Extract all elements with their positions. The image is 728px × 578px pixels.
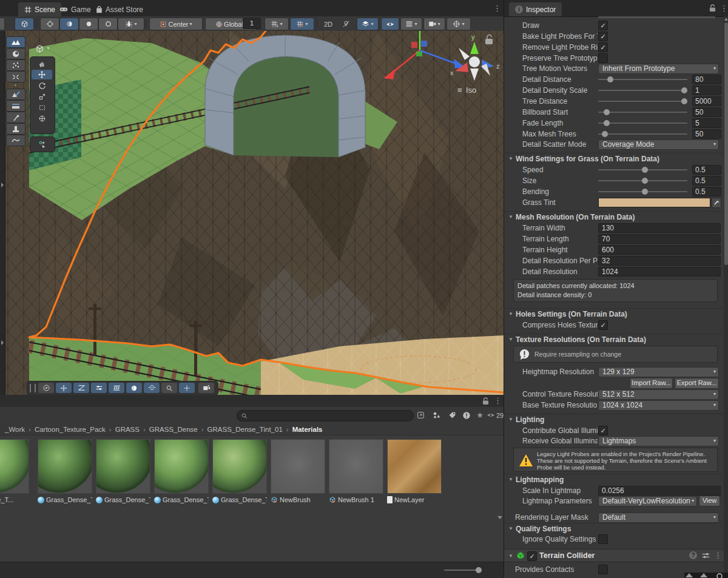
contribute-gi-checkbox[interactable]: ✓ xyxy=(598,426,608,435)
orientation-overlay-button[interactable] xyxy=(38,383,54,393)
project-scroll-down-arrow[interactable] xyxy=(497,515,502,520)
scene-effects-dropdown[interactable]: ▾ xyxy=(400,18,422,30)
transform-tool-button[interactable] xyxy=(32,113,52,123)
draw-checkbox[interactable]: ✓ xyxy=(598,21,608,30)
filter-by-type-button[interactable] xyxy=(431,410,442,420)
scene-pane-menu-kebab[interactable]: ⋮ xyxy=(493,4,501,12)
detail-distance-slider[interactable] xyxy=(598,79,687,80)
section-quality-settings[interactable]: ▼ Quality Settings xyxy=(504,523,724,534)
terrain-paint-holes-tool[interactable] xyxy=(6,48,25,59)
tool-settings-dropdown[interactable]: ▾ xyxy=(30,41,55,56)
tree-motion-vectors-dropdown[interactable]: Inherit From Prototype▾ xyxy=(598,64,719,74)
detail-resolution-per-patch-field[interactable]: 32 xyxy=(598,256,721,266)
detail-distance-field[interactable]: 80 xyxy=(692,75,721,84)
export-raw-button[interactable]: Export Raw... xyxy=(675,378,719,389)
provides-contacts-checkbox[interactable] xyxy=(598,565,608,574)
projection-iso-label[interactable]: Iso xyxy=(466,86,476,95)
view-button[interactable]: View xyxy=(699,496,720,506)
grid-snap-size-field[interactable]: 1 xyxy=(243,18,261,29)
rendering-layer-mask-dropdown[interactable]: Default▾ xyxy=(598,512,719,523)
terrain-raise-lower-tool[interactable] xyxy=(6,36,25,48)
breadcrumb-item[interactable]: GRASS_Dense_Tint_01 xyxy=(207,426,283,433)
scene-audio-dropdown[interactable]: ▾ xyxy=(357,18,379,30)
terrain-collider-component-header[interactable]: ▼ ✓ Terrain Collider ? ⋮ xyxy=(504,549,724,562)
gizmo-axis-button[interactable] xyxy=(40,18,59,30)
asset-tile[interactable]: Grass_Dense_T... xyxy=(154,439,209,503)
tab-inspector[interactable]: i Inspector xyxy=(509,2,562,16)
terrain-paint-details-tool[interactable] xyxy=(6,59,25,71)
billboard-start-field[interactable]: 50 xyxy=(692,107,721,117)
time-overlay-button[interactable] xyxy=(126,383,142,393)
terrain-width-field[interactable]: 130 xyxy=(598,223,721,233)
ignore-quality-checkbox[interactable] xyxy=(598,534,608,544)
sliders-overlay-button[interactable] xyxy=(91,383,107,393)
billboard-start-slider[interactable] xyxy=(598,112,687,113)
breadcrumb-item-current[interactable]: Materials xyxy=(292,426,323,433)
transform-overlay-button[interactable] xyxy=(179,383,195,393)
view-tool-cube-button[interactable] xyxy=(15,18,34,30)
inspector-menu-kebab[interactable]: ⋮ xyxy=(720,4,728,12)
heightmap-resolution-dropdown[interactable]: 129 x 129▾ xyxy=(598,367,719,377)
bending-slider[interactable] xyxy=(598,191,687,192)
hidden-packages-button[interactable] xyxy=(461,410,472,420)
toolbar-drag-handle[interactable] xyxy=(30,384,36,392)
receive-gi-dropdown[interactable]: Lightmaps▾ xyxy=(598,436,719,446)
terrain-length-field[interactable]: 70 xyxy=(598,234,721,244)
tool-handle-position-dropdown[interactable]: Center ▾ xyxy=(149,18,203,30)
tab-asset-store[interactable]: Asset Store xyxy=(90,2,149,16)
preserve-tree-checkbox[interactable] xyxy=(598,53,608,63)
collapsed-panel-strip[interactable] xyxy=(0,31,5,395)
measure-overlay-button[interactable] xyxy=(73,383,89,393)
particles-overlay-button[interactable] xyxy=(144,383,160,393)
terrain-collider-enabled-checkbox[interactable]: ✓ xyxy=(527,551,537,561)
custom-tool-button[interactable] xyxy=(30,136,55,152)
project-search-input[interactable] xyxy=(237,410,414,422)
asset-tile[interactable]: Grass_Dense_T... xyxy=(96,439,150,503)
section-lightmapping[interactable]: ▼ Lightmapping xyxy=(504,474,724,485)
section-texture-resolutions[interactable]: ▼ Texture Resolutions (On Terrain Data) xyxy=(504,334,724,345)
scale-tool-button[interactable] xyxy=(32,92,52,101)
help-icon[interactable]: ? xyxy=(689,551,697,559)
open-in-new-window-button[interactable] xyxy=(415,410,426,420)
detail-density-scale-slider[interactable] xyxy=(598,90,687,91)
grass-tint-color-swatch[interactable] xyxy=(598,198,710,207)
search-overlay-button[interactable] xyxy=(161,383,177,393)
inspector-lock-icon[interactable] xyxy=(709,4,716,12)
scene-viewport[interactable]: y x z ≡ Iso xyxy=(0,31,504,395)
max-mesh-trees-field[interactable]: 50 xyxy=(692,129,721,139)
breadcrumb-item[interactable]: Cartoon_Texture_Pack xyxy=(35,426,106,433)
wire-sphere-button[interactable] xyxy=(98,18,118,30)
move-tool-button[interactable] xyxy=(32,70,52,79)
breadcrumb-item[interactable]: GRASS_Dense xyxy=(149,426,198,433)
thumbnail-zoom-slider[interactable] xyxy=(444,570,482,571)
project-menu-kebab[interactable]: ⋮ xyxy=(494,397,502,405)
scene-visibility-eye-toggle[interactable] xyxy=(381,18,399,30)
visible-count-badge[interactable]: 29 xyxy=(486,410,504,420)
solid-sphere-button[interactable] xyxy=(79,18,98,30)
section-mesh-resolution[interactable]: ▼ Mesh Resolution (On Terrain Data) xyxy=(504,211,724,223)
iso-menu-icon[interactable]: ≡ xyxy=(457,86,462,95)
move-overlay-button[interactable] xyxy=(56,383,72,393)
tree-distance-slider[interactable] xyxy=(598,101,687,102)
rect-tool-button[interactable] xyxy=(32,102,52,112)
breadcrumb-item[interactable]: _Work xyxy=(5,426,25,433)
hatch-grid-overlay-button[interactable] xyxy=(109,383,124,393)
terrain-stamp-tool[interactable] xyxy=(6,123,25,135)
compress-holes-checkbox[interactable]: ✓ xyxy=(598,320,608,330)
fade-length-field[interactable]: 5 xyxy=(692,118,721,128)
presets-icon[interactable] xyxy=(702,552,710,559)
zoom-slider-thumb[interactable] xyxy=(476,567,482,573)
detail-scatter-mode-dropdown[interactable]: Coverage Mode▾ xyxy=(598,139,719,150)
terrain-curves-tool[interactable] xyxy=(6,135,25,146)
camera-overlay-button[interactable] xyxy=(198,383,214,393)
tools-overlay-toggle[interactable] xyxy=(0,18,5,30)
asset-tile[interactable]: NewBrush 1 xyxy=(329,439,383,503)
grid-visibility-dropdown[interactable]: ▾ xyxy=(290,18,314,30)
favorites-star-button[interactable]: ★ xyxy=(474,410,485,420)
asset-tile[interactable]: Grass_Dense_T... xyxy=(38,439,92,503)
fade-length-slider[interactable] xyxy=(598,123,687,124)
size-slider[interactable] xyxy=(598,180,687,181)
detail-resolution-field[interactable]: 1024 xyxy=(598,267,721,277)
terrain-paint-texture-tool[interactable] xyxy=(6,89,25,100)
terrain-smooth-height-tool[interactable] xyxy=(6,112,25,123)
